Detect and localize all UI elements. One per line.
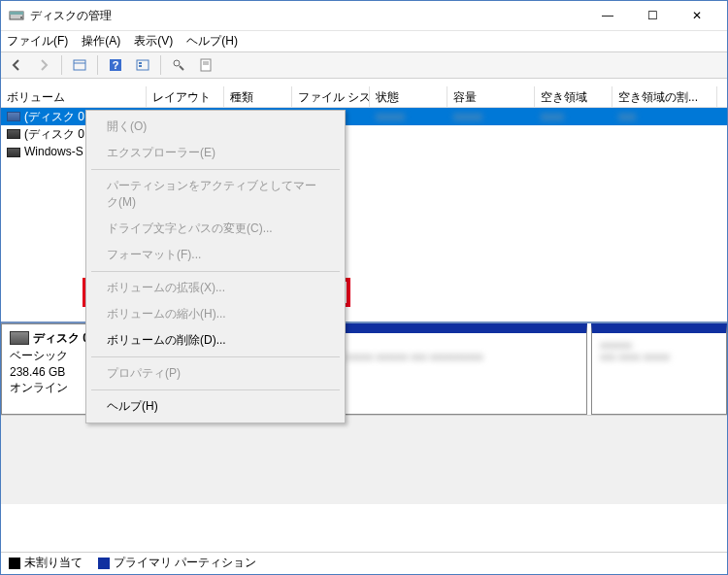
menu-mark-active[interactable]: パーティションをアクティブとしてマーク(M): [89, 173, 342, 216]
refresh-button[interactable]: [131, 53, 154, 77]
col-capacity[interactable]: 容量: [447, 86, 535, 107]
menubar: ファイル(F) 操作(A) 表示(V) ヘルプ(H): [1, 30, 727, 51]
volume-icon: [7, 112, 20, 121]
svg-rect-8: [139, 62, 142, 64]
maximize-button[interactable]: ☐: [630, 1, 675, 30]
unallocated-swatch: [9, 558, 20, 569]
menu-file[interactable]: ファイル(F): [7, 33, 68, 50]
legend-unallocated: 未割り当て: [24, 556, 83, 569]
menu-separator: [91, 356, 340, 357]
volume-name: Windows-S: [24, 145, 83, 158]
svg-rect-9: [139, 65, 142, 67]
svg-rect-1: [10, 12, 23, 15]
svg-point-10: [174, 60, 180, 66]
toolbar-separator: [97, 55, 98, 75]
legend: 未割り当て プライマリ パーティション: [1, 552, 727, 573]
toolbar-separator: [160, 55, 161, 75]
settings-button[interactable]: [167, 53, 190, 77]
menu-properties[interactable]: プロパティ(P): [89, 360, 342, 387]
svg-point-2: [20, 17, 22, 18]
window-title: ディスクの管理: [30, 8, 112, 24]
volume-list-header: ボリューム レイアウト 種類 ファイル システム 状態 容量 空き領域 空き領域…: [1, 86, 727, 108]
primary-swatch: [98, 558, 110, 569]
volume-icon: [7, 129, 20, 139]
menu-extend[interactable]: ボリュームの拡張(X)...: [89, 275, 342, 301]
minimize-button[interactable]: —: [585, 1, 630, 30]
toolbar-separator: [61, 55, 62, 75]
menu-open[interactable]: 開く(O): [89, 114, 342, 140]
menu-help[interactable]: ヘルプ(H): [186, 33, 238, 50]
col-type[interactable]: 種類: [224, 86, 292, 107]
disk-icon: [10, 331, 29, 345]
back-button[interactable]: [5, 53, 28, 77]
menu-separator: [91, 271, 340, 272]
legend-primary: プライマリ パーティション: [114, 556, 256, 569]
menu-action[interactable]: 操作(A): [82, 33, 120, 50]
view-button[interactable]: [68, 53, 91, 77]
svg-text:?: ?: [113, 59, 119, 71]
volume-icon: [7, 148, 20, 157]
toolbar: ?: [1, 51, 727, 79]
col-free[interactable]: 空き領域: [535, 86, 612, 107]
menu-delete-volume[interactable]: ボリュームの削除(D)...: [89, 327, 342, 354]
menu-separator: [91, 389, 340, 390]
svg-rect-3: [74, 60, 85, 70]
col-volume[interactable]: ボリューム: [1, 86, 147, 107]
help-toolbar-button[interactable]: ?: [104, 53, 127, 77]
context-menu: 開く(O) エクスプローラー(E) パーティションをアクティブとしてマーク(M)…: [85, 110, 346, 423]
disk-label: ディスク 0: [33, 330, 89, 347]
bottom-area: [1, 415, 727, 504]
menu-help-item[interactable]: ヘルプ(H): [89, 393, 342, 420]
svg-line-11: [180, 66, 183, 70]
close-button[interactable]: ✕: [675, 1, 719, 30]
titlebar: ディスクの管理 — ☐ ✕: [1, 1, 727, 30]
menu-separator: [91, 169, 340, 170]
col-free-pct[interactable]: 空き領域の割...: [612, 86, 717, 107]
forward-button[interactable]: [32, 53, 55, 77]
svg-rect-7: [137, 60, 149, 70]
svg-rect-12: [201, 59, 211, 71]
menu-change-letter[interactable]: ドライブ文字とパスの変更(C)...: [89, 216, 342, 242]
partition[interactable]: xxxxxxxxx xxxx xxxxx: [591, 323, 727, 415]
app-icon: [9, 7, 24, 25]
menu-format[interactable]: フォーマット(F)...: [89, 242, 342, 268]
menu-shrink[interactable]: ボリュームの縮小(H)...: [89, 301, 342, 327]
menu-view[interactable]: 表示(V): [134, 33, 173, 50]
col-filesystem[interactable]: ファイル システム: [292, 86, 370, 107]
col-status[interactable]: 状態: [370, 86, 447, 107]
properties-button[interactable]: [194, 53, 217, 77]
col-layout[interactable]: レイアウト: [147, 86, 224, 107]
menu-explorer[interactable]: エクスプローラー(E): [89, 140, 342, 166]
